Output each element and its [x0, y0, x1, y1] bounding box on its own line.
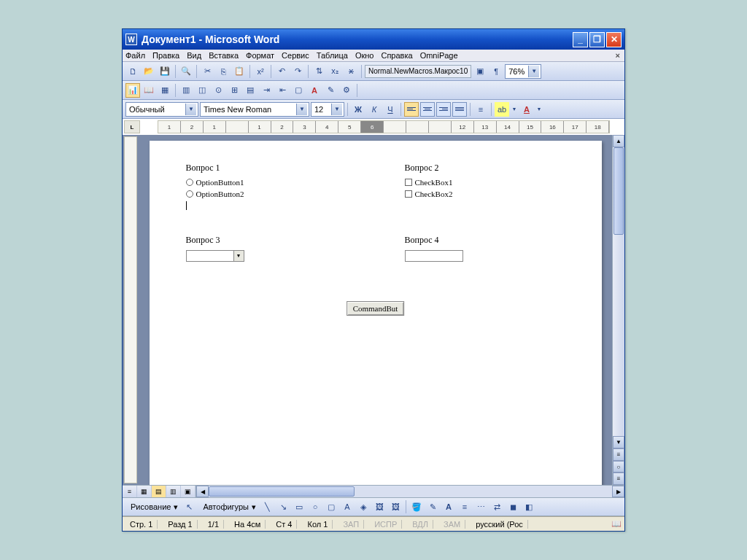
rectangle-icon[interactable]: ▭ [292, 499, 306, 514]
scroll-down-icon[interactable]: ▼ [613, 436, 624, 448]
option-button-2[interactable]: OptionButton2 [186, 190, 347, 198]
paragraph-marks-icon[interactable]: ¶ [489, 64, 503, 79]
web-view-button[interactable]: ▦ [137, 486, 152, 497]
arrow-style-icon[interactable]: ⇄ [489, 499, 504, 514]
line-style-icon[interactable]: ≡ [457, 499, 472, 514]
columns-icon[interactable]: ▥ [179, 83, 193, 98]
close-document-button[interactable]: × [616, 51, 620, 60]
menu-help[interactable]: Справка [381, 51, 412, 60]
normal-view-button[interactable]: ≡ [123, 486, 137, 497]
scroll-thumb[interactable] [614, 147, 624, 235]
textbox-icon[interactable]: ▢ [324, 499, 338, 514]
horizontal-scrollbar[interactable]: ◀ ▶ [196, 486, 624, 497]
dash-style-icon[interactable]: ⋯ [473, 499, 488, 514]
menu-omnipage[interactable]: OmniPage [420, 51, 458, 60]
align-right-button[interactable] [436, 102, 451, 117]
research-icon[interactable]: 📖 [142, 83, 156, 98]
checkbox-1[interactable]: CheckBox1 [405, 178, 565, 187]
tab-selector[interactable]: L [124, 120, 140, 133]
stop-macro-icon[interactable]: ▣ [473, 64, 487, 79]
sort-icon[interactable]: ⇅ [311, 64, 326, 79]
table-icon[interactable]: ▦ [158, 83, 172, 98]
scroll-track[interactable] [613, 147, 624, 436]
command-button[interactable]: CommandBut [347, 301, 405, 316]
menu-window[interactable]: Окно [355, 51, 374, 60]
browse-next-icon[interactable]: ≡ [613, 472, 624, 485]
menu-table[interactable]: Таблица [317, 51, 348, 60]
font-color-button[interactable]: A [519, 102, 534, 117]
status-trk[interactable]: ИСПР [370, 520, 402, 529]
menu-edit[interactable]: Правка [152, 51, 179, 60]
menu-insert[interactable]: Вставка [209, 51, 239, 60]
picture-icon[interactable]: 🖼 [388, 499, 403, 514]
status-ext[interactable]: ВДЛ [408, 520, 433, 529]
scroll-left-icon[interactable]: ◀ [196, 486, 209, 497]
bold-button[interactable]: Ж [351, 102, 365, 117]
tools-icon[interactable]: ⚙ [339, 83, 354, 98]
hscroll-track[interactable] [209, 486, 612, 497]
arrow-icon[interactable]: ↘ [276, 499, 290, 514]
subscript-icon[interactable]: x₂ [328, 64, 342, 79]
scroll-right-icon[interactable]: ▶ [612, 486, 624, 497]
textbox-field[interactable] [405, 250, 463, 262]
vertical-ruler[interactable] [124, 136, 137, 483]
checkbox-2[interactable]: CheckBox2 [405, 190, 565, 198]
status-ovr[interactable]: ЗАМ [439, 520, 465, 529]
align-center-button[interactable] [420, 102, 435, 117]
undo-icon[interactable]: ↶ [274, 64, 289, 79]
highlight-color-icon[interactable]: ab [495, 102, 509, 117]
chevron-down-icon[interactable]: ▼ [535, 102, 543, 117]
paste-icon[interactable]: 📋 [232, 64, 247, 79]
fill-color-icon[interactable]: 🪣 [409, 499, 424, 514]
minimize-button[interactable]: _ [573, 32, 588, 47]
spell-check-icon[interactable]: 📖 [611, 519, 622, 529]
diagram-icon[interactable]: ◈ [356, 499, 371, 514]
menu-view[interactable]: Вид [187, 51, 201, 60]
redo-icon[interactable]: ↷ [290, 64, 305, 79]
menu-tools[interactable]: Сервис [282, 51, 309, 60]
line-spacing-icon[interactable]: ≡ [473, 102, 488, 117]
status-lang[interactable]: русский (Рос [471, 520, 528, 529]
new-doc-icon[interactable]: 🗋 [125, 64, 140, 79]
print-view-button[interactable]: ▤ [152, 486, 166, 497]
combobox-field[interactable]: ▼ [186, 250, 244, 262]
superscript-icon[interactable]: x² [253, 64, 268, 79]
copy-icon[interactable]: ⎘ [216, 64, 231, 79]
outline-view-button[interactable]: ▥ [166, 486, 181, 497]
decrease-indent-icon[interactable]: ⇤ [275, 83, 290, 98]
document-scroll-area[interactable]: Вопрос 1 OptionButton1 OptionButton2 Воп… [139, 135, 612, 485]
grid-icon[interactable]: ⊞ [227, 83, 241, 98]
horizontal-ruler[interactable]: 121 12 345 6 121314 151617 18 [158, 120, 610, 133]
align-justify-button[interactable] [452, 102, 467, 117]
macro-name-box[interactable]: Normal.NewMacros.Макрос10 [365, 65, 471, 78]
font-size-combo[interactable]: 12 ▼ [311, 102, 344, 117]
oval-icon[interactable]: ○ [308, 499, 322, 514]
underline-button[interactable]: Ч [383, 102, 398, 117]
style-combo[interactable]: Обычный ▼ [125, 102, 198, 117]
increase-indent-icon[interactable]: ⇥ [259, 83, 274, 98]
menu-format[interactable]: Формат [246, 51, 274, 60]
close-button[interactable]: ✕ [606, 32, 622, 47]
select-objects-icon[interactable]: ↖ [182, 499, 196, 514]
print-preview-icon[interactable]: 🔍 [179, 64, 193, 79]
highlight-icon[interactable]: ✎ [323, 83, 338, 98]
zoom-combo[interactable]: 76% ▼ [505, 64, 541, 79]
autoshapes-menu[interactable]: Автофигуры▾ [198, 502, 258, 513]
wordart-icon[interactable]: A [340, 499, 355, 514]
font-color-draw-icon[interactable]: A [441, 499, 456, 514]
browse-object-icon[interactable]: ○ [613, 461, 624, 473]
borders-icon[interactable]: ▢ [291, 83, 306, 98]
save-icon[interactable]: 💾 [158, 64, 172, 79]
document-map-icon[interactable]: ◫ [195, 83, 209, 98]
outline-icon[interactable]: ▤ [243, 83, 258, 98]
cut-icon[interactable]: ✂ [200, 64, 214, 79]
line-color-icon[interactable]: ✎ [425, 499, 440, 514]
scroll-up-icon[interactable]: ▲ [613, 135, 624, 147]
hscroll-thumb[interactable] [209, 486, 355, 497]
3d-icon[interactable]: ◧ [522, 499, 536, 514]
chart-icon[interactable]: 📊 [125, 83, 140, 98]
status-rec[interactable]: ЗАП [338, 520, 364, 529]
clipart-icon[interactable]: 🖼 [372, 499, 387, 514]
zoom-icon[interactable]: ⊙ [211, 83, 225, 98]
italic-button[interactable]: К [367, 102, 382, 117]
